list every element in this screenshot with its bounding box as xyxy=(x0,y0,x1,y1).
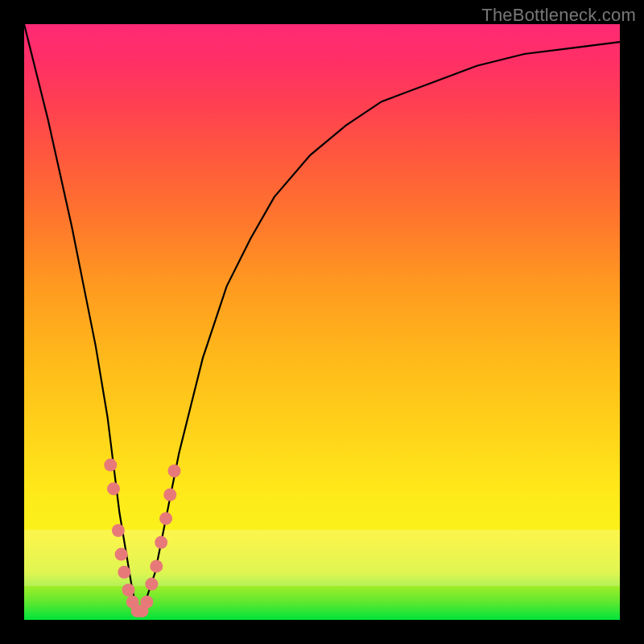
curve-marker xyxy=(155,536,167,549)
curve-layer xyxy=(24,24,620,620)
bottleneck-curve xyxy=(24,24,620,614)
plot-area xyxy=(24,24,620,620)
curve-marker xyxy=(163,489,176,502)
curve-marker xyxy=(140,596,153,609)
curve-markers xyxy=(104,459,180,617)
curve-marker xyxy=(131,605,144,617)
curve-marker xyxy=(150,559,163,572)
curve-marker xyxy=(115,548,128,561)
highlight-band xyxy=(24,530,620,586)
watermark-text: TheBottleneck.com xyxy=(481,5,636,26)
curve-marker xyxy=(112,524,125,537)
curve-marker xyxy=(122,584,135,597)
curve-marker xyxy=(104,459,117,472)
curve-marker xyxy=(159,512,172,525)
curve-marker xyxy=(118,566,130,579)
curve-marker xyxy=(145,578,158,591)
curve-marker xyxy=(126,596,139,609)
curve-marker xyxy=(107,482,120,495)
curve-marker xyxy=(136,605,149,617)
curve-marker xyxy=(168,464,181,477)
chart-frame: TheBottleneck.com xyxy=(0,0,644,644)
